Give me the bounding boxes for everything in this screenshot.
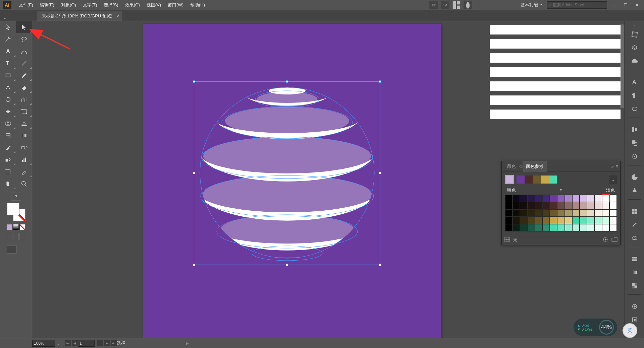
cc-libraries-icon[interactable] xyxy=(625,55,644,68)
shade-swatch[interactable] xyxy=(505,202,513,209)
slice-tool[interactable] xyxy=(16,166,32,178)
paintbrush-tool[interactable] xyxy=(16,69,32,81)
type-tool[interactable]: T xyxy=(0,57,16,69)
menu-select[interactable]: 选择(S) xyxy=(100,0,121,10)
shade-swatch[interactable] xyxy=(505,217,513,224)
next-artboard-button[interactable]: ▶ xyxy=(104,340,110,346)
shade-swatch[interactable] xyxy=(513,217,520,224)
document-tab[interactable]: 未标题-2* @ 100% (RGB/GPU 预览) × xyxy=(37,11,122,21)
line-tool[interactable] xyxy=(16,57,32,69)
artboard-number-input[interactable] xyxy=(78,340,95,347)
pathfinder-panel-icon[interactable] xyxy=(625,136,644,150)
shade-swatch[interactable] xyxy=(602,202,609,209)
blend-tool[interactable] xyxy=(16,142,32,154)
shade-swatch[interactable] xyxy=(594,202,602,209)
shade-swatch[interactable] xyxy=(505,209,513,217)
color-guide-tab[interactable]: 颜色参考 xyxy=(523,161,547,172)
shade-swatch[interactable] xyxy=(602,195,609,202)
mesh-tool[interactable] xyxy=(0,130,16,142)
panel-expand-icon[interactable]: » xyxy=(611,164,613,169)
shade-swatch[interactable] xyxy=(609,209,617,217)
artboard-tool[interactable] xyxy=(0,166,16,178)
shade-swatch[interactable] xyxy=(528,217,535,224)
shade-swatch[interactable] xyxy=(587,195,594,202)
fill-swatch[interactable] xyxy=(7,203,19,215)
stock-search-input[interactable] xyxy=(553,3,605,7)
color-guide-panel-icon[interactable] xyxy=(625,184,644,197)
shade-swatch[interactable] xyxy=(609,217,617,224)
shape-builder-tool[interactable] xyxy=(0,118,16,130)
shade-swatch[interactable] xyxy=(513,224,520,231)
shade-swatch[interactable] xyxy=(550,195,557,202)
shade-swatch[interactable] xyxy=(520,224,527,231)
color-tab[interactable]: 颜色 xyxy=(504,161,519,172)
menu-view[interactable]: 视图(V) xyxy=(143,0,164,10)
layers-panel-icon[interactable] xyxy=(625,41,644,55)
harmony-swatch-1[interactable] xyxy=(525,176,533,184)
shade-swatch[interactable] xyxy=(565,195,572,202)
shade-swatch[interactable] xyxy=(580,209,587,217)
shade-swatch[interactable] xyxy=(535,202,542,209)
limit-colors-icon[interactable] xyxy=(504,237,510,243)
perspective-tool[interactable] xyxy=(16,118,32,130)
shade-swatch[interactable] xyxy=(528,195,535,202)
harmony-swatch-2[interactable] xyxy=(533,176,541,184)
zoom-input[interactable] xyxy=(32,340,55,347)
shade-swatch[interactable] xyxy=(520,202,527,209)
lasso-tool[interactable] xyxy=(16,33,32,45)
shade-swatch[interactable] xyxy=(535,209,542,217)
shade-swatch[interactable] xyxy=(602,209,609,217)
draw-inside[interactable] xyxy=(19,233,25,240)
toggle-fill-stroke[interactable]: ? xyxy=(11,193,21,201)
appearance-panel-icon[interactable] xyxy=(625,300,644,313)
minimize-button[interactable]: ─ xyxy=(610,2,619,8)
shade-swatch[interactable] xyxy=(513,209,520,217)
shade-swatch[interactable] xyxy=(572,202,580,209)
shade-swatch[interactable] xyxy=(513,195,520,202)
shade-dropdown[interactable]: ▾ xyxy=(560,187,562,192)
hand-tool[interactable] xyxy=(0,178,16,190)
ime-indicator[interactable]: 英 xyxy=(623,323,637,338)
shade-swatch[interactable] xyxy=(580,202,587,209)
shade-swatch[interactable] xyxy=(520,195,527,202)
workspace-selector[interactable]: 基本功能 xyxy=(518,1,544,9)
brushes-panel-icon[interactable] xyxy=(625,218,644,231)
shade-swatch[interactable] xyxy=(513,202,520,209)
restore-button[interactable]: ❐ xyxy=(621,2,630,8)
shade-swatch[interactable] xyxy=(535,224,542,231)
shade-swatch[interactable] xyxy=(528,202,535,209)
shade-swatch[interactable] xyxy=(572,195,580,202)
status-play-icon[interactable]: ▶ xyxy=(186,341,189,346)
properties-panel-icon[interactable] xyxy=(625,28,644,41)
scale-tool[interactable] xyxy=(16,93,32,106)
gradient-mode[interactable] xyxy=(13,224,19,230)
graph-tool[interactable] xyxy=(16,154,32,166)
shade-swatch[interactable] xyxy=(580,224,587,231)
shade-swatch[interactable] xyxy=(528,209,535,217)
prev-artboard-button[interactable]: ◀ xyxy=(72,340,78,346)
shade-swatch[interactable] xyxy=(550,202,557,209)
shade-swatch[interactable] xyxy=(557,224,565,231)
shade-swatch[interactable] xyxy=(565,217,572,224)
shaper-tool[interactable] xyxy=(0,81,16,93)
magic-wand-tool[interactable] xyxy=(0,33,16,45)
fill-stroke-swatch[interactable] xyxy=(7,203,25,221)
shade-swatch[interactable] xyxy=(587,209,594,217)
last-artboard-button[interactable]: ⏭ xyxy=(111,340,117,346)
shade-swatch[interactable] xyxy=(602,217,609,224)
curvature-tool[interactable] xyxy=(16,45,32,57)
selection-box[interactable] xyxy=(194,81,380,265)
harmony-swatch-3[interactable] xyxy=(541,176,549,184)
edit-colors-icon[interactable] xyxy=(603,237,608,243)
selection-tool[interactable] xyxy=(0,21,16,33)
shade-swatch[interactable] xyxy=(565,224,572,231)
shade-swatch[interactable] xyxy=(602,224,609,231)
harmony-swatch-4[interactable] xyxy=(549,176,557,184)
bridge-button[interactable]: Br xyxy=(429,1,438,9)
stroke-panel-icon[interactable] xyxy=(625,252,644,266)
paragraph-panel-icon[interactable]: ¶ xyxy=(625,89,644,102)
artboard-dd[interactable]: ⌄ xyxy=(97,340,103,346)
base-color-swatch[interactable] xyxy=(505,175,514,184)
shade-swatch[interactable] xyxy=(594,209,602,217)
stock-button[interactable]: St xyxy=(441,1,449,9)
